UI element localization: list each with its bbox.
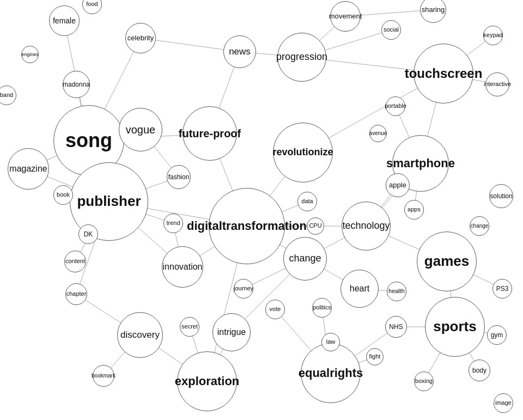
network-graph: songpublisherdigitaltransformationtouchs… — [0, 0, 523, 420]
node-madonna[interactable]: madonna — [63, 71, 90, 98]
node-games[interactable]: games — [417, 232, 477, 291]
node-vote[interactable]: vote — [265, 300, 285, 319]
node-heart[interactable]: heart — [340, 270, 379, 308]
node-chapter[interactable]: chapter — [65, 283, 87, 305]
node-image[interactable]: image — [494, 393, 513, 413]
node-trend[interactable]: trend — [163, 214, 183, 233]
node-digital-transformation[interactable]: digitaltransformation — [209, 188, 285, 264]
node-DK[interactable]: DK — [78, 224, 98, 244]
node-technology[interactable]: technology — [342, 202, 391, 251]
node-bookmark[interactable]: bookmark — [93, 365, 114, 387]
node-sports[interactable]: sports — [425, 297, 485, 357]
node-fashion[interactable]: fashion — [167, 165, 191, 189]
node-book[interactable]: book — [53, 185, 73, 205]
node-revolutionize[interactable]: revolutionize — [273, 123, 333, 182]
node-PS3[interactable]: PS3 — [492, 279, 512, 299]
node-progression[interactable]: progression — [277, 33, 326, 82]
node-female[interactable]: female — [49, 5, 80, 36]
node-touch-screen[interactable]: touchscreen — [413, 44, 473, 104]
node-health[interactable]: health — [387, 282, 406, 301]
node-future-proof[interactable]: future-proof — [183, 106, 237, 161]
node-content[interactable]: content — [64, 251, 86, 272]
node-fight[interactable]: fight — [366, 348, 384, 366]
node-equal-rights[interactable]: equalrights — [301, 343, 361, 403]
node-interactive[interactable]: interactive — [485, 72, 509, 96]
node-law[interactable]: law — [321, 333, 340, 351]
node-discovery[interactable]: discovery — [117, 312, 163, 358]
node-journey[interactable]: journey — [234, 279, 253, 299]
node-vogue[interactable]: vogue — [119, 108, 162, 151]
node-intrigue[interactable]: intrigue — [212, 313, 251, 351]
node-social[interactable]: social — [381, 20, 401, 40]
node-movement[interactable]: movement — [330, 1, 361, 32]
node-news[interactable]: news — [223, 35, 256, 68]
node-secret[interactable]: secret — [180, 317, 199, 337]
node-keypad[interactable]: keypad — [483, 26, 503, 45]
node-body[interactable]: body — [469, 360, 490, 381]
node-change2[interactable]: change — [470, 216, 489, 236]
node-celebrity[interactable]: celebrity — [125, 23, 156, 53]
node-portable[interactable]: portable — [386, 96, 405, 116]
node-gym[interactable]: gym — [487, 325, 507, 345]
node-politics[interactable]: politics — [312, 298, 332, 318]
node-magazine[interactable]: magazine — [8, 148, 49, 190]
node-change[interactable]: change — [283, 237, 327, 281]
node-exploration[interactable]: exploration — [177, 351, 237, 411]
node-apps[interactable]: apps — [404, 200, 424, 220]
node-data[interactable]: data — [297, 192, 317, 211]
node-boxing[interactable]: boxing — [414, 372, 434, 391]
node-engines[interactable]: engines — [21, 46, 39, 63]
node-CPU[interactable]: CPU — [307, 217, 324, 235]
node-NHS[interactable]: NHS — [385, 316, 407, 338]
node-avenue[interactable]: avenue — [369, 125, 387, 142]
node-innovation[interactable]: innovation — [162, 246, 203, 288]
node-apple[interactable]: apple — [386, 173, 410, 197]
node-solution[interactable]: solution — [489, 184, 513, 208]
